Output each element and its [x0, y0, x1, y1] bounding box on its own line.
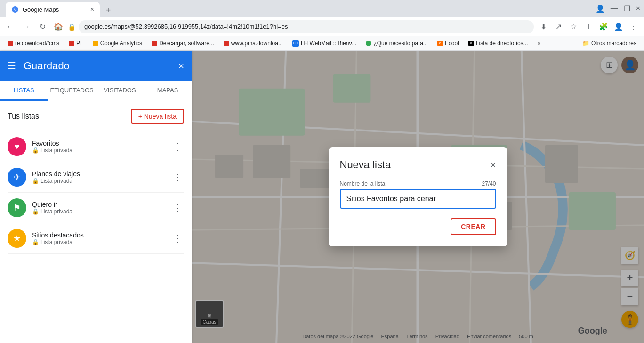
- tab-close-btn[interactable]: ×: [90, 6, 94, 13]
- bookmark-label-ecool: Ecool: [445, 40, 459, 47]
- dialog-label-row: Nombre de la lista 27/40: [340, 180, 496, 187]
- svg-text:M: M: [13, 8, 17, 12]
- tab-listas[interactable]: LISTAS: [0, 81, 48, 101]
- active-tab[interactable]: M Google Maps ×: [6, 2, 100, 17]
- list-item-quiero: ⚑ Quiero ir 🔒 Lista privada ⋮: [8, 193, 184, 223]
- list-icon-quiero: ⚑: [8, 198, 26, 217]
- sidebar-body: Tus listas + Nueva lista ♥ Favoritos 🔒 L…: [0, 101, 192, 343]
- list-menu-quiero[interactable]: ⋮: [171, 200, 184, 215]
- list-info-planes: Planes de viajes 🔒 Lista privada: [32, 170, 165, 184]
- bookmark-analytics[interactable]: Google Analytics: [89, 39, 146, 48]
- title-bar: M Google Maps × + 👤 — ❐ ×: [0, 0, 644, 17]
- tab-etiquetados[interactable]: ETIQUETADOS: [48, 81, 96, 101]
- dialog-overlay: Nueva lista × Nombre de la lista 27/40 C…: [192, 51, 644, 343]
- bookmark-lista[interactable]: a Lista de directorios...: [465, 39, 532, 48]
- bookmark-label-lista: Lista de directorios...: [476, 40, 528, 47]
- list-icon-favoritos: ♥: [8, 137, 26, 156]
- forward-button[interactable]: →: [20, 20, 33, 33]
- dialog-field-label: Nombre de la lista: [340, 180, 386, 187]
- lock-icon-quiero: 🔒: [32, 208, 39, 215]
- lists-header: Tus listas + Nueva lista: [8, 109, 184, 124]
- bookmark-icon-pl: [69, 41, 74, 46]
- pma-icon: [224, 41, 229, 46]
- map-area: Google ⊞ 👤 🧭 + − 🧍 ⊞ Capas: [192, 51, 644, 343]
- browser-chrome: M Google Maps × + 👤 — ❐ × ← → ↻ 🏠 🔒 ⬇ ↗ …: [0, 0, 644, 51]
- address-input[interactable]: [79, 20, 534, 33]
- menu-icon[interactable]: ⋮: [627, 20, 640, 33]
- list-menu-destacados[interactable]: ⋮: [171, 231, 184, 246]
- list-item-planes: ✈ Planes de viajes 🔒 Lista privada ⋮: [8, 162, 184, 193]
- extensions-icon[interactable]: 🧩: [597, 20, 610, 33]
- bookmark-icon-red: [8, 41, 13, 46]
- maximize-btn[interactable]: ❐: [624, 4, 630, 13]
- address-bar: ← → ↻ 🏠 🔒 ⬇ ↗ ☆ I 🧩 👤 ⋮: [0, 17, 644, 36]
- bookmark-descargar[interactable]: Descargar, software...: [148, 39, 218, 48]
- close-btn[interactable]: ×: [636, 4, 640, 13]
- back-button[interactable]: ←: [4, 20, 17, 33]
- list-private-quiero: 🔒 Lista privada: [32, 208, 165, 215]
- window-controls: 👤 — ❐ ×: [596, 4, 640, 13]
- new-list-btn-label: + Nueva lista: [138, 113, 177, 120]
- share-icon[interactable]: ↗: [552, 20, 565, 33]
- bookmark-pma[interactable]: www.pma.downloa...: [220, 39, 287, 48]
- bookmark-folder-label: Otros marcadores: [591, 40, 636, 47]
- dialog-create-button[interactable]: CREAR: [451, 218, 496, 235]
- tab-bar: M Google Maps × +: [4, 0, 117, 17]
- list-icon-destacados: ★: [8, 229, 26, 248]
- list-icon-planes: ✈: [8, 168, 26, 187]
- list-menu-planes[interactable]: ⋮: [171, 170, 184, 185]
- folder-icon: 📁: [582, 40, 589, 47]
- sidebar: ☰ Guardado × LISTAS ETIQUETADOS VISITADO…: [0, 51, 192, 343]
- list-menu-favoritos[interactable]: ⋮: [171, 139, 184, 154]
- new-list-button[interactable]: + Nueva lista: [131, 109, 184, 124]
- list-item-destacados: ★ Sitios destacados 🔒 Lista privada ⋮: [8, 223, 184, 254]
- main-content: ☰ Guardado × LISTAS ETIQUETADOS VISITADO…: [0, 51, 644, 343]
- gmaps-icon[interactable]: I: [582, 20, 595, 33]
- download-icon[interactable]: ⬇: [537, 20, 550, 33]
- bookmark-otros[interactable]: 📁 Otros marcadores: [579, 39, 640, 48]
- list-name-destacados: Sitios destacados: [32, 231, 165, 239]
- bookmark-ecool[interactable]: e Ecool: [434, 39, 463, 48]
- dialog-char-count: 27/40: [482, 180, 496, 187]
- list-name-quiero: Quiero ir: [32, 201, 165, 208]
- webmail-icon: LH: [292, 40, 299, 47]
- list-item: ♥ Favoritos 🔒 Lista privada ⋮: [8, 131, 184, 162]
- reload-button[interactable]: ↻: [36, 20, 49, 33]
- bookmark-icon[interactable]: ☆: [567, 20, 580, 33]
- bookmark-label-descargar: Descargar, software...: [159, 40, 214, 47]
- home-button[interactable]: 🏠: [52, 20, 65, 33]
- dialog-header: Nueva lista ×: [340, 159, 496, 171]
- lock-icon: 🔒: [68, 23, 76, 31]
- bookmark-more[interactable]: »: [534, 39, 545, 48]
- bookmark-label-pl: PL: [76, 40, 83, 47]
- list-info-quiero: Quiero ir 🔒 Lista privada: [32, 201, 165, 215]
- bookmark-label: re:download//cms: [15, 40, 59, 47]
- list-info-favoritos: Favoritos 🔒 Lista privada: [32, 139, 165, 154]
- sidebar-close-button[interactable]: ×: [178, 61, 184, 72]
- tab-mapas[interactable]: MAPAS: [144, 81, 192, 101]
- profile-icon[interactable]: 👤: [596, 4, 605, 13]
- dialog-list-name-input[interactable]: [340, 189, 496, 209]
- bookmark-more-label: »: [538, 40, 541, 47]
- new-tab-button[interactable]: +: [102, 4, 115, 17]
- tab-visitados[interactable]: VISITADOS: [96, 81, 144, 101]
- list-name-planes: Planes de viajes: [32, 170, 165, 178]
- toolbar-icons: ⬇ ↗ ☆ I 🧩 👤 ⋮: [537, 20, 640, 33]
- dialog-title: Nueva lista: [340, 159, 491, 171]
- list-name-favoritos: Favoritos: [32, 139, 165, 147]
- lock-icon-destacados: 🔒: [32, 239, 39, 245]
- bookmark-label-webmail: LH WebMail :: Bienν...: [301, 40, 357, 47]
- bookmark-pl[interactable]: PL: [65, 39, 87, 48]
- profile-avatar[interactable]: 👤: [612, 20, 625, 33]
- hamburger-menu[interactable]: ☰: [8, 60, 16, 72]
- dialog-actions: CREAR: [340, 218, 496, 235]
- bookmark-label-analytics: Google Analytics: [100, 40, 142, 47]
- bookmark-redownload[interactable]: re:download//cms: [4, 39, 63, 48]
- minimize-btn[interactable]: —: [611, 4, 618, 13]
- list-info-destacados: Sitios destacados 🔒 Lista privada: [32, 231, 165, 245]
- nueva-lista-dialog: Nueva lista × Nombre de la lista 27/40 C…: [329, 147, 507, 246]
- bookmark-que[interactable]: ¿Qué necesito para...: [362, 39, 431, 48]
- bookmark-webmail[interactable]: LH LH WebMail :: Bienν...: [289, 39, 361, 48]
- dialog-close-button[interactable]: ×: [491, 160, 496, 171]
- bookmarks-bar: re:download//cms PL Google Analytics Des…: [0, 36, 644, 51]
